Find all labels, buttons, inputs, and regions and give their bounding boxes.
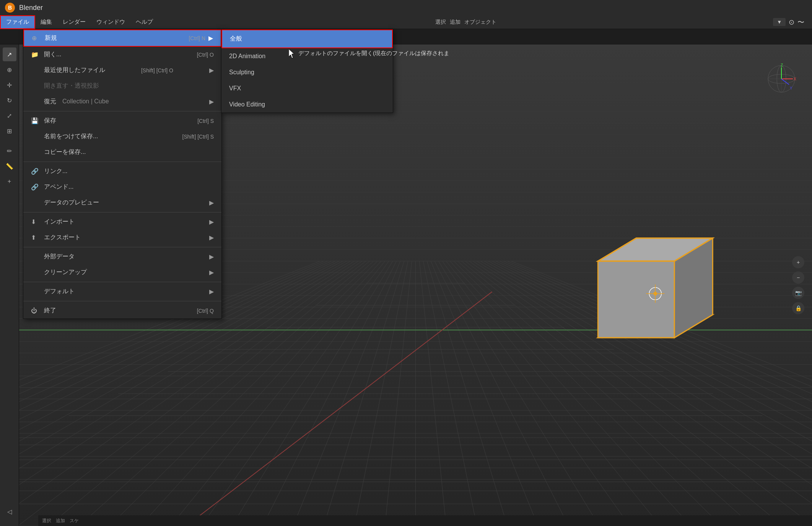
separator-3 [23,212,221,212]
file-defaults-item[interactable]: デフォルト ▶ [23,284,221,299]
defaults-arrow: ▶ [209,288,214,295]
zoom-in-btn[interactable]: + [792,256,804,268]
view-lock-btn[interactable]: 🔒 [792,302,804,314]
separator-4 [23,247,221,247]
tool-scale[interactable]: ⤢ [3,109,16,123]
app-title: Blender [19,4,43,12]
tool-annotate[interactable]: ✏ [3,144,16,158]
menu-bar: ファイル 編集 レンダー ウィンドウ ヘルプ 選択 追加 オブジェクト ▼ ⊙ … [0,15,812,29]
file-open-item[interactable]: 📁 開く... [Ctrl] O [23,47,221,62]
separator-5 [23,282,221,282]
viewport-mode-selector[interactable]: ▼ [773,18,786,26]
link-icon: 🔗 [31,168,40,175]
new-submenu-dropdown: 全般 2D Animation Sculpting VFX Video Edit… [221,29,393,113]
submenu-sculpting[interactable]: Sculpting [221,64,393,80]
menu-file[interactable]: ファイル [0,15,35,29]
file-cleanup-item[interactable]: クリーンアップ ▶ [23,265,221,280]
export-icon: ⬆ [31,234,40,241]
tool-move[interactable]: ✛ [3,78,16,92]
file-menu-dropdown: ⊕ 新規 [Ctrl] N ▶ 📁 開く... [Ctrl] O 最近使用したフ… [23,29,222,319]
svg-text:Z: Z [781,64,783,67]
open-icon: 📁 [31,51,40,58]
viewport-controls: + − 📷 🔒 [792,256,804,314]
tooltip-text: デフォルトのファイルを開く(現在のファイルは保存されま [298,50,449,57]
save-icon: 💾 [31,117,40,124]
zoom-out-btn[interactable]: − [792,271,804,284]
svg-text:X: X [794,77,796,81]
import-icon: ⬇ [31,218,40,225]
menu-render[interactable]: レンダー [57,15,91,29]
tool-measure[interactable]: 📏 [3,159,16,173]
left-sidebar: ↗ ⊕ ✛ ↻ ⤢ ⊞ ✏ 📏 + ◁ [0,44,19,526]
svg-text:B: B [8,5,12,11]
viewport-object[interactable]: オブジェクト [464,19,496,26]
tool-add[interactable]: + [3,175,16,188]
tool-rotate[interactable]: ↻ [3,93,16,107]
viewport-select[interactable]: 選択 [435,19,446,26]
data-preview-arrow: ▶ [209,199,214,206]
file-external-data-item[interactable]: 外部データ ▶ [23,249,221,265]
file-save-item[interactable]: 💾 保存 [Ctrl] S [23,113,221,129]
file-save-as-item[interactable]: 名前をつけて保存... [Shift] [Ctrl] S [23,129,221,144]
submenu-vfx[interactable]: VFX [221,80,393,96]
separator-6 [23,301,221,301]
viewport-add[interactable]: 追加 [450,19,461,26]
status-select: 選択 追加 スケ [42,518,79,524]
export-arrow: ▶ [209,234,214,241]
file-save-copy-item[interactable]: コピーを保存... [23,144,221,160]
recover-arrow: ▶ [209,98,214,105]
quit-icon: ⏻ [31,307,40,314]
tool-select[interactable]: ↗ [3,47,16,61]
file-import-item[interactable]: ⬇ インポート ▶ [23,214,221,230]
file-recover-item[interactable]: 復元 Collection | Cube ▶ [23,94,221,109]
file-quit-item[interactable]: ⏻ 終了 [Ctrl] Q [23,303,221,319]
separator-1 [23,111,221,111]
file-revert-item[interactable]: 開き直す・透視投影 [23,78,221,94]
cleanup-arrow: ▶ [209,269,214,276]
tool-cursor[interactable]: ⊕ [3,63,16,77]
import-arrow: ▶ [209,218,214,225]
file-export-item[interactable]: ⬆ エクスポート ▶ [23,230,221,245]
viewport-overlay-btn[interactable]: ⊙ [789,18,794,26]
external-data-arrow: ▶ [209,253,214,260]
append-icon: 🔗 [31,183,40,191]
new-icon: ⊕ [32,34,41,42]
blender-logo-icon: B [5,2,15,13]
menu-help[interactable]: ヘルプ [130,15,158,29]
svg-line-9 [781,79,789,85]
tool-transform[interactable]: ⊞ [3,124,16,138]
sidebar-expand[interactable]: ◁ [3,505,16,518]
view-camera-btn[interactable]: 📷 [792,287,804,299]
separator-2 [23,162,221,162]
file-new-item[interactable]: ⊕ 新規 [Ctrl] N ▶ [23,29,221,47]
title-bar: B Blender [0,0,812,15]
file-data-preview-item[interactable]: データのプレビュー ▶ [23,195,221,211]
submenu-video-editing[interactable]: Video Editing [221,96,393,113]
svg-text:Y: Y [790,86,792,90]
menu-window[interactable]: ウィンドウ [91,15,130,29]
file-recent-item[interactable]: 最近使用したファイル [Shift] [Ctrl] O ▶ [23,62,221,78]
viewport-render-btn[interactable]: 〜 [797,18,804,27]
navigation-gizmo[interactable]: X Z Y [766,64,797,94]
file-append-item[interactable]: 🔗 アペンド... [23,179,221,195]
menu-edit[interactable]: 編集 [35,15,57,29]
file-link-item[interactable]: 🔗 リンク... [23,163,221,179]
submenu-general[interactable]: 全般 [221,29,393,48]
status-bar: 選択 追加 スケ [38,515,812,526]
recent-arrow: ▶ [209,67,214,74]
